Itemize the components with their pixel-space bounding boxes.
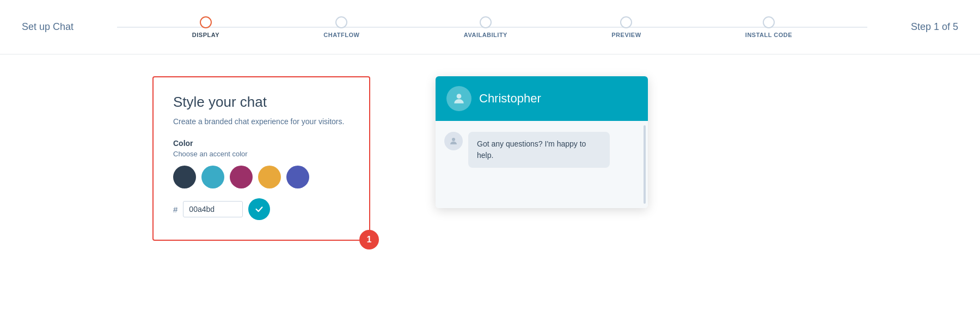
step-display[interactable]: Display xyxy=(192,16,219,38)
step-badge: 1 xyxy=(359,230,379,249)
user-icon xyxy=(452,92,466,106)
message-avatar xyxy=(444,132,463,150)
chat-agent-name: Christopher xyxy=(479,92,541,106)
swatch-purple-red[interactable] xyxy=(230,166,253,188)
chat-body: Got any questions? I'm happy to help. xyxy=(436,121,648,208)
setup-title: Set up Chat xyxy=(22,21,74,33)
step-circle-display xyxy=(200,16,212,28)
step-preview[interactable]: Preview xyxy=(611,16,641,38)
header: Set up Chat Display Chatflow Availabilit… xyxy=(0,0,980,54)
style-panel: Style your chat Create a branded chat ex… xyxy=(152,76,370,241)
stepper: Display Chatflow Availability Preview In… xyxy=(117,16,867,38)
swatch-dark-blue[interactable] xyxy=(173,166,196,188)
step-chatflow[interactable]: Chatflow xyxy=(323,16,359,38)
step-label-preview: Preview xyxy=(611,32,641,38)
swatch-indigo[interactable] xyxy=(286,166,309,188)
svg-point-0 xyxy=(457,94,462,99)
chat-preview: Christopher Got any questions? I'm happy… xyxy=(436,76,648,208)
color-label: Color xyxy=(173,139,350,148)
color-input-row: # xyxy=(173,198,350,220)
swatch-orange[interactable] xyxy=(258,166,281,188)
chat-agent-avatar xyxy=(446,86,471,111)
message-user-icon xyxy=(449,136,458,146)
step-label-availability: Availability xyxy=(464,32,507,38)
message-bubble: Got any questions? I'm happy to help. xyxy=(468,132,610,168)
step-circle-chatflow xyxy=(335,16,347,28)
color-swatches xyxy=(173,166,350,188)
confirm-color-button[interactable] xyxy=(248,198,270,220)
step-circle-availability xyxy=(480,16,492,28)
checkmark-icon xyxy=(254,204,264,214)
main-content: Style your chat Create a branded chat ex… xyxy=(0,54,980,241)
hash-symbol: # xyxy=(173,205,177,214)
color-sublabel: Choose an accent color xyxy=(173,150,350,158)
chat-message-row: Got any questions? I'm happy to help. xyxy=(444,132,639,168)
panel-title: Style your chat xyxy=(173,94,350,111)
step-availability[interactable]: Availability xyxy=(464,16,507,38)
step-label-install: Install Code xyxy=(745,32,792,38)
step-circle-install xyxy=(763,16,775,28)
step-circle-preview xyxy=(620,16,632,28)
step-label-display: Display xyxy=(192,32,219,38)
svg-point-1 xyxy=(452,138,455,141)
panel-description: Create a branded chat experience for you… xyxy=(173,117,350,126)
step-label-chatflow: Chatflow xyxy=(323,32,359,38)
step-install-code[interactable]: Install Code xyxy=(745,16,792,38)
hex-input[interactable] xyxy=(183,201,243,217)
swatch-teal[interactable] xyxy=(201,166,224,188)
step-items: Display Chatflow Availability Preview In… xyxy=(192,16,792,38)
chat-scrollbar[interactable] xyxy=(644,125,646,204)
step-count: Step 1 of 5 xyxy=(911,21,958,33)
chat-header: Christopher xyxy=(436,76,648,121)
